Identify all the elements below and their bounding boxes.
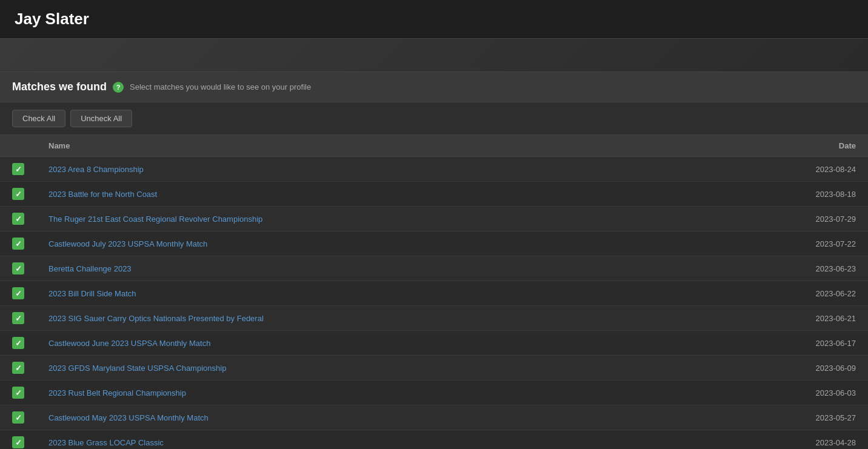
table-row: 2023 SIG Sauer Carry Optics Nationals Pr… [0, 306, 868, 331]
page-header: Jay Slater [0, 0, 868, 39]
match-date: 2023-06-22 [771, 289, 856, 298]
table-row: Beretta Challenge 20232023-06-23 [0, 256, 868, 281]
match-checkbox[interactable] [12, 262, 24, 274]
match-name[interactable]: 2023 Blue Grass LOCAP Classic [48, 438, 771, 447]
checkbox-cell [12, 213, 48, 225]
checkbox-cell [12, 312, 48, 324]
match-date: 2023-06-21 [771, 314, 856, 323]
match-name[interactable]: Beretta Challenge 2023 [48, 264, 771, 273]
table-header: Name Date [0, 135, 868, 157]
match-checkbox[interactable] [12, 411, 24, 424]
checkbox-cell [12, 238, 48, 250]
table-body: 2023 Area 8 Championship2023-08-242023 B… [0, 157, 868, 449]
match-checkbox[interactable] [12, 188, 24, 200]
checkbox-cell [12, 262, 48, 274]
match-name[interactable]: Castlewood June 2023 USPSA Monthly Match [48, 339, 771, 348]
checkbox-cell [12, 287, 48, 299]
table-row: Castlewood July 2023 USPSA Monthly Match… [0, 231, 868, 256]
table-row: 2023 Rust Belt Regional Championship2023… [0, 381, 868, 405]
match-checkbox[interactable] [12, 387, 24, 399]
uncheck-all-button[interactable]: Uncheck All [70, 110, 132, 127]
matches-header: Matches we found ? Select matches you wo… [0, 72, 868, 102]
match-checkbox[interactable] [12, 362, 24, 374]
match-name[interactable]: The Ruger 21st East Coast Regional Revol… [48, 215, 771, 224]
check-all-button[interactable]: Check All [12, 110, 65, 127]
match-date: 2023-08-24 [771, 165, 856, 174]
date-column-header: Date [771, 141, 856, 150]
table-row: 2023 Area 8 Championship2023-08-24 [0, 157, 868, 182]
matches-section: Matches we found ? Select matches you wo… [0, 72, 868, 449]
checkbox-cell [12, 163, 48, 175]
header-banner [0, 39, 868, 72]
match-checkbox[interactable] [12, 436, 24, 448]
match-date: 2023-06-09 [771, 364, 856, 373]
table-row: 2023 GFDS Maryland State USPSA Champions… [0, 356, 868, 381]
match-checkbox[interactable] [12, 312, 24, 324]
match-date: 2023-07-22 [771, 239, 856, 248]
match-date: 2023-06-23 [771, 264, 856, 273]
match-checkbox[interactable] [12, 238, 24, 250]
matches-title: Matches we found [12, 81, 107, 93]
checkbox-cell [12, 188, 48, 200]
table-row: Castlewood May 2023 USPSA Monthly Match2… [0, 405, 868, 430]
match-name[interactable]: 2023 Rust Belt Regional Championship [48, 388, 771, 397]
table-row: 2023 Battle for the North Coast2023-08-1… [0, 182, 868, 207]
name-column-header: Name [48, 141, 771, 150]
match-date: 2023-05-27 [771, 413, 856, 422]
table-row: Castlewood June 2023 USPSA Monthly Match… [0, 331, 868, 356]
matches-subtitle: Select matches you would like to see on … [130, 82, 311, 91]
checkbox-cell [12, 362, 48, 374]
match-name[interactable]: Castlewood May 2023 USPSA Monthly Match [48, 413, 771, 422]
match-name[interactable]: 2023 GFDS Maryland State USPSA Champions… [48, 364, 771, 373]
match-checkbox[interactable] [12, 337, 24, 349]
match-date: 2023-04-28 [771, 438, 856, 447]
match-date: 2023-07-29 [771, 215, 856, 224]
checkbox-column-header [12, 141, 48, 150]
match-checkbox[interactable] [12, 287, 24, 299]
table-row: 2023 Bill Drill Side Match2023-06-22 [0, 281, 868, 306]
info-icon[interactable]: ? [113, 82, 124, 93]
match-date: 2023-06-17 [771, 339, 856, 348]
match-checkbox[interactable] [12, 163, 24, 175]
checkbox-cell [12, 436, 48, 448]
match-date: 2023-08-18 [771, 190, 856, 199]
match-name[interactable]: 2023 Battle for the North Coast [48, 190, 771, 199]
page-title: Jay Slater [15, 10, 853, 28]
matches-table: Name Date 2023 Area 8 Championship2023-0… [0, 135, 868, 449]
checkbox-cell [12, 411, 48, 424]
match-date: 2023-06-03 [771, 388, 856, 397]
checkbox-cell [12, 387, 48, 399]
checkbox-cell [12, 337, 48, 349]
match-name[interactable]: 2023 Bill Drill Side Match [48, 289, 771, 298]
match-checkbox[interactable] [12, 213, 24, 225]
table-row: The Ruger 21st East Coast Regional Revol… [0, 207, 868, 231]
match-name[interactable]: 2023 Area 8 Championship [48, 165, 771, 174]
match-name[interactable]: Castlewood July 2023 USPSA Monthly Match [48, 239, 771, 248]
table-row: 2023 Blue Grass LOCAP Classic2023-04-28 [0, 430, 868, 449]
button-row: Check All Uncheck All [0, 102, 868, 135]
match-name[interactable]: 2023 SIG Sauer Carry Optics Nationals Pr… [48, 314, 771, 323]
